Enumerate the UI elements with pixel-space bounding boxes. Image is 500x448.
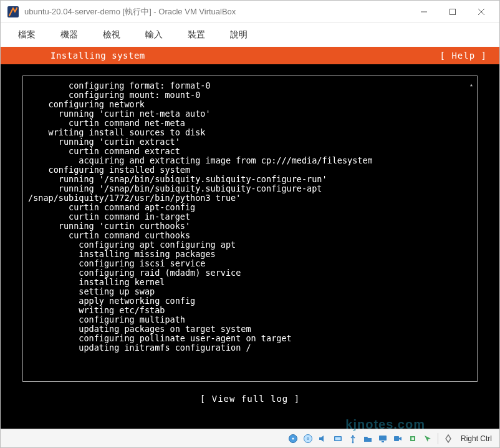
terminal-area: ▴ configuring format: format-0 configuri… bbox=[1, 64, 499, 429]
scroll-up-indicator[interactable]: ▴ bbox=[469, 80, 473, 89]
recording-icon[interactable] bbox=[392, 432, 404, 445]
installer-title: Installing system bbox=[50, 51, 440, 61]
minimize-button[interactable] bbox=[410, 1, 438, 23]
menu-bar: 檔案 機器 檢視 輸入 裝置 說明 bbox=[1, 23, 499, 47]
svg-point-11 bbox=[352, 441, 354, 443]
menu-machine[interactable]: 機器 bbox=[50, 26, 88, 44]
maximize-button[interactable] bbox=[438, 1, 467, 23]
host-key-label: Right Ctrl bbox=[457, 434, 496, 443]
menu-devices[interactable]: 裝置 bbox=[178, 26, 215, 44]
menu-view[interactable]: 檢視 bbox=[93, 26, 130, 44]
menu-help[interactable]: 說明 bbox=[220, 26, 257, 44]
window-title: ubuntu-20.04-server-demo [執行中] - Oracle … bbox=[24, 6, 410, 17]
menu-input[interactable]: 輸入 bbox=[135, 26, 173, 44]
menu-file[interactable]: 檔案 bbox=[8, 26, 46, 44]
cpu-icon[interactable] bbox=[406, 432, 419, 445]
display-icon[interactable] bbox=[377, 432, 389, 445]
svg-point-8 bbox=[307, 437, 309, 439]
network-icon[interactable] bbox=[332, 432, 344, 445]
hard-disk-icon[interactable] bbox=[287, 432, 299, 445]
title-bar: ubuntu-20.04-server-demo [執行中] - Oracle … bbox=[1, 1, 499, 23]
vm-display[interactable]: Installing system [ Help ] ▴ configuring… bbox=[1, 47, 499, 429]
audio-icon[interactable] bbox=[317, 432, 329, 445]
install-log: configuring format: format-0 configuring… bbox=[28, 81, 474, 353]
svg-rect-12 bbox=[379, 436, 387, 441]
help-button[interactable]: [ Help ] bbox=[440, 51, 487, 61]
mouse-integration-icon[interactable] bbox=[421, 432, 434, 445]
svg-rect-2 bbox=[450, 9, 456, 14]
installer-header: Installing system [ Help ] bbox=[1, 47, 499, 64]
svg-rect-13 bbox=[382, 441, 384, 442]
status-bar: kjnotes.com Right Ctrl bbox=[1, 429, 499, 447]
svg-rect-10 bbox=[335, 437, 340, 440]
app-icon bbox=[7, 6, 19, 18]
svg-rect-14 bbox=[394, 436, 399, 441]
svg-point-6 bbox=[292, 437, 294, 439]
log-frame: ▴ configuring format: format-0 configuri… bbox=[22, 75, 478, 382]
host-key-icon bbox=[442, 432, 454, 445]
shared-folder-icon[interactable] bbox=[362, 432, 374, 445]
optical-disc-icon[interactable] bbox=[302, 432, 314, 445]
status-separator bbox=[438, 433, 438, 444]
close-button[interactable] bbox=[467, 1, 496, 23]
virtualbox-window: ubuntu-20.04-server-demo [執行中] - Oracle … bbox=[0, 0, 500, 448]
usb-icon[interactable] bbox=[347, 432, 359, 445]
view-full-log-button[interactable]: [ View full log ] bbox=[200, 394, 300, 404]
svg-rect-16 bbox=[411, 437, 414, 440]
